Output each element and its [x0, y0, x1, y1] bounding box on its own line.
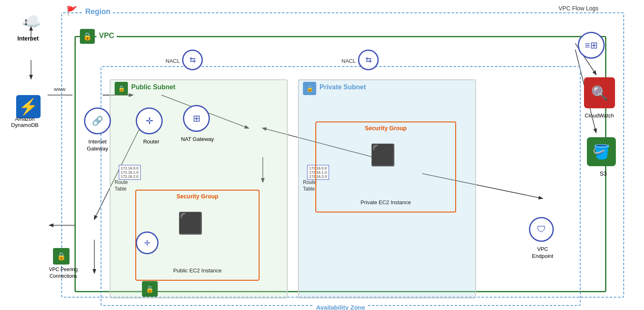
- internet-gateway-label: Internet Gateway: [80, 138, 115, 153]
- public-ec2-label: Public EC2 Instance: [136, 267, 259, 274]
- vpc-bottom-icon: 🔒: [142, 281, 158, 297]
- diagram: www ☁️ ↕ Intern: [0, 0, 644, 310]
- nacl2-label: NACL: [341, 58, 356, 64]
- nacl1-label: NACL: [166, 58, 180, 64]
- vpc-flow-logs-icon: ≡⊞: [578, 32, 605, 59]
- public-subnet-lock-icon: 🔒: [115, 82, 128, 95]
- internet-label: Internet: [17, 35, 38, 42]
- region-label: Region: [83, 7, 113, 16]
- az-label: Availability Zone: [314, 304, 368, 310]
- nacl1-icon: ⇆: [182, 50, 203, 70]
- public-subnet-box: 🔒 Public Subnet ⊞ NAT Gateway 172.16.0.0…: [110, 79, 288, 298]
- private-subnet-lock-icon: 🔒: [303, 82, 316, 95]
- vpc-peering-label: VPC Peering Connections: [47, 267, 80, 279]
- availability-zone-box: Availability Zone NACL ⇆ NACL ⇆ 🔒 Public…: [101, 66, 581, 306]
- public-security-group-label: Security Group: [136, 193, 259, 200]
- private-ec2-chip-icon: ⬛: [370, 143, 396, 167]
- public-subnet-label: Public Subnet: [131, 83, 175, 91]
- vpc-box: 🔒 VPC Availability Zone NACL ⇆ NACL ⇆ 🔒: [74, 36, 606, 292]
- vpc-endpoint-icon: 🛡: [529, 217, 554, 242]
- cloudwatch-icon: 🔍: [584, 77, 615, 108]
- route-table-1-box: 172.16.0.0 172.16.1.0 172.16.2.0: [119, 165, 141, 180]
- vpc-icon: 🔒: [80, 29, 95, 44]
- route-table-2-label: Route Table: [303, 179, 316, 192]
- vpc-peering-router-icon: ✛: [136, 231, 159, 254]
- private-subnet-label: Private Subnet: [320, 83, 366, 91]
- nacl2-icon: ⇆: [358, 50, 379, 70]
- region-box: 🚩 Region 🔒 VPC Availability Zone NACL ⇆ …: [61, 12, 624, 298]
- vpc-label: VPC: [96, 31, 117, 40]
- vpc-flow-logs-label: VPC Flow Logs: [559, 5, 598, 12]
- internet-icon: ☁️ ↕: [14, 12, 48, 31]
- route-table-1-label: Route Table: [115, 179, 128, 192]
- vpc-peering-icon: 🔒: [53, 248, 70, 265]
- private-subnet-box: 🔒 Private Subnet 172.16.0.0 172.16.1.0 1…: [298, 79, 476, 298]
- region-flag-icon: 🚩: [66, 6, 77, 17]
- s3-label: S3: [600, 170, 607, 177]
- vpc-endpoint-label: VPC Endpoint: [526, 246, 559, 260]
- dynamodb-icon: ⚡: [12, 95, 45, 118]
- cloudwatch-label: CloudWatch: [583, 112, 616, 119]
- router-icon: ✛: [136, 107, 163, 134]
- private-security-group-label: Security Group: [316, 125, 455, 131]
- dynamodb-label: Amazon DynamoDB: [6, 116, 43, 128]
- nat-gateway-icon: ⊞: [183, 105, 210, 132]
- private-security-group-box: Security Group ⬛ Private EC2 Instance: [315, 122, 456, 212]
- private-ec2-label: Private EC2 Instance: [316, 199, 455, 205]
- nat-gateway-label: NAT Gateway: [173, 136, 222, 142]
- s3-icon: 🪣: [587, 137, 616, 166]
- public-ec2-chip-icon: ⬛: [178, 211, 203, 235]
- internet-gateway-icon: 🔗: [84, 107, 111, 134]
- router-label: Router: [138, 138, 165, 145]
